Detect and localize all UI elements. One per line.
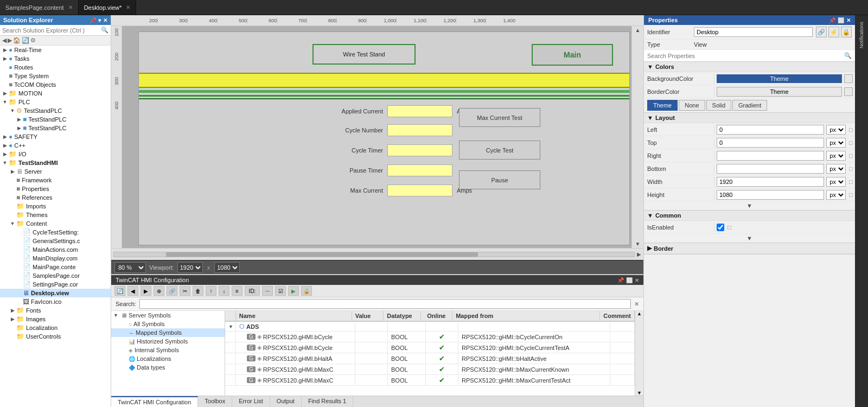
sym-tree-all-symbols[interactable]: ○ All Symbols — [111, 320, 225, 328]
btab-errorlist[interactable]: Error List — [232, 396, 270, 407]
expand-io[interactable]: ▶ — [1, 151, 9, 157]
move-up-icon[interactable]: ↑ — [206, 286, 216, 296]
tree-node-framework[interactable]: ▶ ■ Framework — [0, 176, 111, 185]
scroll-table-down[interactable]: ▼ — [637, 390, 642, 396]
border-section-header[interactable]: ▶ Border — [644, 243, 855, 254]
tree-node-generalsett[interactable]: ▶ 📄 GeneralSettings.c — [0, 237, 111, 245]
tree-node-references[interactable]: ▶ ■ References — [0, 193, 111, 202]
th-mapped[interactable]: Mapped from — [452, 311, 600, 321]
checkbox-icon[interactable]: ☑ — [275, 286, 286, 296]
zoom-select[interactable]: 80 %100 %50 % — [114, 262, 146, 273]
identifier-input[interactable] — [694, 27, 813, 37]
scroll-up-icon[interactable]: ▲ — [635, 27, 641, 33]
viewport-height-select[interactable]: 1080720768 — [214, 262, 240, 273]
bordercolor-swatch[interactable] — [844, 87, 853, 96]
cut-icon[interactable]: ✂ — [180, 286, 190, 296]
link-icon[interactable]: 🔗 — [167, 286, 177, 296]
forward-icon[interactable]: ▶ — [141, 286, 151, 296]
colors-section-header[interactable]: ▼ Colors — [644, 62, 855, 72]
td-expand-ads[interactable]: ▼ — [225, 322, 236, 331]
refresh-icon[interactable]: 🔄 — [114, 286, 125, 296]
pin-icon[interactable]: 📌 — [90, 17, 96, 23]
tree-node-io[interactable]: ▶ 📁 I/O — [0, 150, 111, 158]
link-id-icon[interactable]: 🔗 — [816, 27, 827, 37]
sym-tree-datatypes[interactable]: 🔷 Data types — [111, 363, 225, 372]
tree-node-safety[interactable]: ▶ ● SAFETY — [0, 132, 111, 141]
bgcolor-swatch[interactable] — [844, 74, 853, 83]
tree-node-fonts[interactable]: ▶ 📁 Fonts — [0, 306, 111, 315]
hmi-input-pause-timer[interactable] — [387, 164, 452, 176]
tree-node-typesystem[interactable]: ▶ ■ Type System — [0, 72, 111, 80]
solid-type-btn[interactable]: Solid — [706, 100, 731, 111]
tree-node-favicon[interactable]: ▶ 🖼 FavIcon.ico — [0, 297, 111, 306]
hmi-input-applied-current[interactable] — [387, 105, 452, 117]
height-unit-select[interactable]: px — [826, 190, 846, 200]
lock-id-icon[interactable]: 🔒 — [841, 27, 852, 37]
tree-node-routes[interactable]: ▶ ● Routes — [0, 63, 111, 72]
sym-tree-historized[interactable]: 📊 Historized Symbols — [111, 337, 225, 346]
expand-content[interactable]: ▼ — [9, 221, 16, 226]
expand-cpp[interactable]: ▶ — [1, 143, 9, 148]
tree-node-themes[interactable]: ▶ 📁 Themes — [0, 211, 111, 219]
close-props-icon[interactable]: ✕ — [846, 17, 851, 23]
tree-node-server[interactable]: ▶ 🖥 Server — [0, 167, 111, 176]
float-hmi-icon[interactable]: ⬜ — [626, 277, 633, 283]
id-btn-icon[interactable]: ID: — [245, 286, 260, 296]
height-input[interactable] — [717, 190, 824, 200]
tab-samplespage[interactable]: SamplesPage.content ✕ — [0, 0, 79, 15]
dots-icon[interactable]: ··· — [262, 286, 273, 296]
hmi-input-cycle-timer[interactable] — [387, 144, 452, 156]
expand-teststplc2[interactable]: ▶ — [15, 117, 23, 122]
tree-node-samplespage[interactable]: ▶ 📄 SamplesPage.cor — [0, 271, 111, 280]
hmi-input-cycle-number[interactable] — [387, 124, 452, 136]
expand-tasks[interactable]: ▶ — [1, 56, 9, 61]
hmi-input-max-current[interactable] — [387, 185, 452, 196]
back-icon[interactable]: ◀ — [127, 286, 138, 296]
top-input[interactable] — [717, 138, 824, 148]
float-props-icon[interactable]: ⬜ — [838, 17, 844, 23]
viewport-width-select[interactable]: 192012801024 — [177, 262, 203, 273]
lock-icon[interactable]: 🔒 — [301, 286, 312, 296]
left-unit-select[interactable]: px — [826, 125, 846, 135]
pin-props-icon[interactable]: 📌 — [829, 17, 835, 23]
expand-plc[interactable]: ▼ — [1, 99, 9, 105]
sym-tree-internal[interactable]: ◈ Internal Symbols — [111, 346, 225, 354]
expand-teststplc[interactable]: ▼ — [9, 108, 16, 113]
expand-safety[interactable]: ▶ — [1, 134, 9, 139]
left-input[interactable] — [717, 125, 824, 135]
tree-node-cpp[interactable]: ▶ ● C++ — [0, 141, 111, 150]
tree-node-realtime[interactable]: ▶ ● Real-Time — [0, 46, 111, 54]
common-section-header[interactable]: ▼ Common — [644, 211, 855, 221]
nav-forward-icon[interactable]: ▶ — [8, 37, 12, 44]
right-input[interactable] — [717, 151, 824, 161]
add-icon[interactable]: ⊕ — [154, 286, 164, 296]
scroll-table-up[interactable]: ▲ — [637, 311, 642, 316]
tree-node-teststplc3[interactable]: ▶ ■ TestStandPLC — [0, 124, 111, 132]
nav-back-icon[interactable]: ◀ — [2, 37, 7, 44]
layout-more-icon[interactable]: ▼ — [644, 201, 855, 210]
tree-node-tasks[interactable]: ▶ ● Tasks — [0, 54, 111, 63]
scroll-down-icon[interactable]: ▼ — [635, 241, 641, 247]
tree-node-teststhmi[interactable]: ▼ 📁 TestStandHMI — [0, 158, 111, 167]
tree-node-mainpage[interactable]: ▶ 📄 MainPage.conte — [0, 263, 111, 271]
hmi-cycle-test-button[interactable]: Cycle Test — [459, 141, 540, 160]
right-unit-select[interactable]: px — [826, 151, 846, 161]
isenabled-checkbox[interactable] — [717, 224, 724, 231]
expand-teststplc3[interactable]: ▶ — [15, 125, 23, 131]
table-row-2[interactable]: G ◈ RPSCX5120.gHMI.bHaltA BOOL ✔ RPSCX51… — [225, 353, 635, 364]
nav-settings-icon[interactable]: ⚙ — [30, 37, 36, 44]
move-down-icon[interactable]: ↓ — [219, 286, 229, 296]
th-value[interactable]: Value — [352, 311, 384, 321]
expand-server-sym[interactable]: ▼ — [113, 313, 121, 318]
tree-node-cycletest[interactable]: ▶ 📄 CycleTestSetting: — [0, 228, 111, 237]
table-vscrollbar[interactable]: ▲ ▼ — [635, 311, 643, 396]
expand-server[interactable]: ▶ — [9, 169, 16, 174]
tree-node-motion[interactable]: ▶ 📁 MOTION — [0, 89, 111, 98]
hmi-max-current-test-button[interactable]: Max Current Test — [459, 108, 540, 127]
table-row-ads[interactable]: ▼ ⬡ ADS — [225, 322, 635, 332]
top-unit-select[interactable]: px — [826, 138, 846, 148]
table-row-3[interactable]: G ◈ RPSCX5120.gHMI.bMaxC BOOL ✔ RPSCX512… — [225, 364, 635, 375]
sync-icon[interactable]: 🔄 — [22, 37, 29, 44]
table-row-1[interactable]: G ◈ RPSCX5120.gHMI.bCycle BOOL ✔ RPSCX51… — [225, 342, 635, 353]
tree-node-usercontrols[interactable]: ▶ 📁 UserControls — [0, 332, 111, 341]
